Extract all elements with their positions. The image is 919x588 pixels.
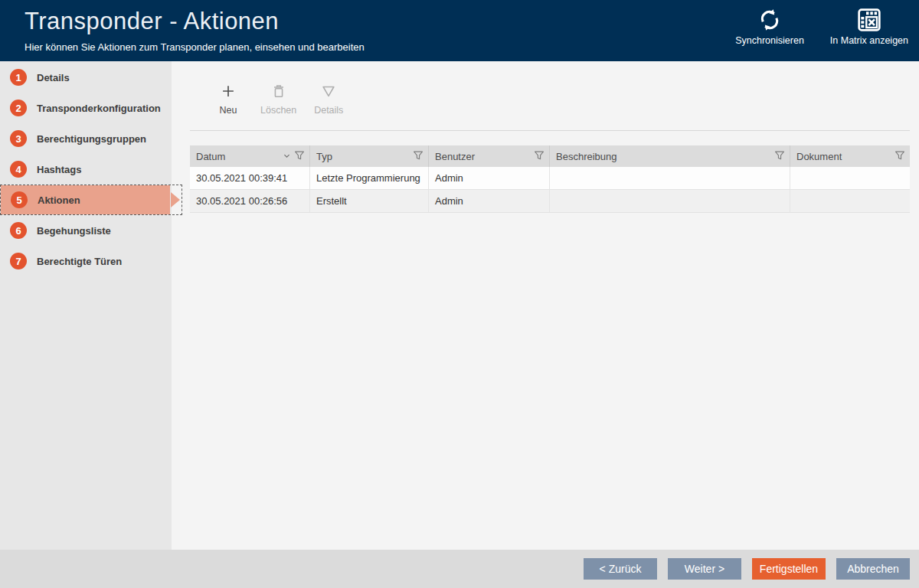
step-number-badge: 5: [11, 191, 28, 208]
column-header-typ[interactable]: Typ: [310, 145, 429, 167]
page-header: Transponder - Aktionen Hier können Sie A…: [0, 0, 919, 61]
step-number-badge: 7: [10, 253, 27, 270]
sidebar-item-transponderkonfiguration[interactable]: 2 Transponderkonfiguration: [0, 93, 172, 123]
back-button[interactable]: < Zurück: [584, 558, 657, 580]
actions-table: Datum Typ: [190, 145, 910, 213]
sidebar-item-label: Berechtigungsgruppen: [37, 133, 146, 145]
cell-beschreibung: [550, 190, 790, 212]
sync-icon: [757, 8, 782, 32]
column-header-datum[interactable]: Datum: [190, 145, 310, 167]
step-number-badge: 4: [10, 161, 27, 178]
delete-button[interactable]: Löschen: [259, 83, 298, 116]
step-number-badge: 2: [10, 100, 27, 116]
column-label: Benutzer: [435, 151, 534, 162]
column-label: Typ: [316, 151, 413, 162]
filter-funnel-icon[interactable]: [774, 150, 785, 163]
main-content: Neu Löschen Details: [172, 61, 919, 550]
sidebar-item-hashtags[interactable]: 4 Hashtags: [0, 154, 172, 185]
filter-funnel-icon[interactable]: [294, 150, 305, 163]
cell-datum: 30.05.2021 00:39:41: [190, 167, 310, 189]
step-number-badge: 3: [10, 130, 27, 147]
table-header-row: Datum Typ: [190, 145, 910, 167]
sidebar-item-label: Transponderkonfiguration: [37, 103, 161, 114]
selected-step-arrow-icon: [171, 192, 180, 207]
new-button-label: Neu: [220, 105, 237, 116]
filter-funnel-icon[interactable]: [534, 150, 545, 163]
page-subtitle: Hier können Sie Aktionen zum Transponder…: [25, 41, 365, 53]
sidebar-item-label: Hashtags: [37, 164, 82, 175]
cell-datum: 30.05.2021 00:26:56: [190, 190, 310, 212]
synchronize-button[interactable]: Synchronisieren: [731, 6, 809, 47]
cell-typ: Erstellt: [310, 190, 429, 212]
sidebar-item-label: Aktionen: [38, 194, 80, 206]
column-header-benutzer[interactable]: Benutzer: [429, 145, 550, 167]
cell-dokument: [790, 167, 910, 189]
delete-button-label: Löschen: [260, 105, 296, 116]
actions-toolbar: Neu Löschen Details: [211, 83, 345, 116]
synchronize-label: Synchronisieren: [735, 35, 804, 46]
sidebar-item-label: Berechtigte Türen: [37, 256, 122, 267]
sort-chevron-down-icon: [283, 151, 291, 162]
cell-typ: Letzte Programmierung: [310, 167, 429, 189]
header-actions: Synchronisieren: [731, 6, 913, 47]
column-label: Datum: [196, 151, 283, 162]
sidebar-item-details[interactable]: 1 Details: [0, 62, 172, 93]
show-in-matrix-button[interactable]: In Matrix anzeigen: [826, 6, 913, 47]
trash-icon: [270, 83, 287, 103]
sidebar-item-berechtigte-tueren[interactable]: 7 Berechtigte Türen: [0, 246, 172, 276]
show-in-matrix-label: In Matrix anzeigen: [830, 35, 908, 46]
matrix-icon: [857, 8, 881, 32]
new-button[interactable]: Neu: [211, 83, 245, 116]
toolbar-divider: [190, 130, 910, 131]
wizard-step-sidebar: 1 Details 2 Transponderkonfiguration 3 B…: [0, 61, 172, 550]
cell-beschreibung: [550, 167, 790, 189]
sidebar-item-aktionen[interactable]: 5 Aktionen: [0, 185, 182, 215]
app-window: Transponder - Aktionen Hier können Sie A…: [0, 0, 919, 588]
cell-benutzer: Admin: [429, 190, 550, 212]
cell-benutzer: Admin: [429, 167, 550, 189]
plus-icon: [220, 83, 237, 103]
step-number-badge: 6: [10, 222, 27, 239]
sidebar-item-begehungsliste[interactable]: 6 Begehungsliste: [0, 215, 172, 246]
cancel-button[interactable]: Abbrechen: [836, 558, 910, 580]
filter-funnel-icon[interactable]: [413, 150, 424, 163]
next-button[interactable]: Weiter >: [668, 558, 741, 580]
sidebar-item-label: Details: [37, 72, 70, 83]
details-button[interactable]: Details: [312, 83, 345, 116]
filter-funnel-icon[interactable]: [894, 150, 905, 163]
column-label: Beschreibung: [556, 151, 774, 162]
column-header-beschreibung[interactable]: Beschreibung: [550, 145, 790, 167]
triangle-down-icon: [320, 83, 337, 103]
table-row[interactable]: 30.05.2021 00:26:56 Erstellt Admin: [190, 190, 910, 213]
step-number-badge: 1: [10, 69, 27, 86]
details-button-label: Details: [314, 105, 343, 116]
page-title: Transponder - Aktionen: [25, 8, 279, 35]
sidebar-item-label: Begehungsliste: [37, 225, 111, 237]
finish-button[interactable]: Fertigstellen: [752, 558, 826, 580]
cell-dokument: [790, 190, 910, 212]
sidebar-item-berechtigungsgruppen[interactable]: 3 Berechtigungsgruppen: [0, 123, 172, 154]
column-header-dokument[interactable]: Dokument: [790, 145, 910, 167]
wizard-footer: < Zurück Weiter > Fertigstellen Abbreche…: [0, 550, 919, 588]
column-label: Dokument: [796, 151, 894, 162]
table-row[interactable]: 30.05.2021 00:39:41 Letzte Programmierun…: [190, 167, 910, 190]
